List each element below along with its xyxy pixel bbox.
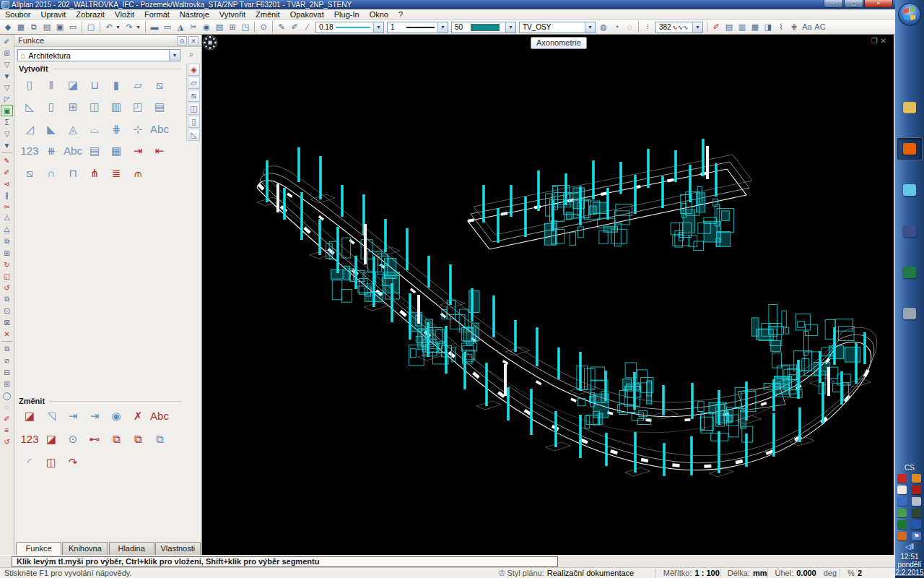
tool-icon[interactable]: ◹ <box>40 406 62 426</box>
start-button[interactable] <box>897 2 922 27</box>
app-window-taskbar-button[interactable] <box>897 302 923 325</box>
tool-icon[interactable]: ⧋ <box>1 224 13 236</box>
tool-icon[interactable]: ▮ <box>105 75 127 95</box>
tray-icon[interactable] <box>912 474 921 483</box>
menu-zmnit[interactable]: Změnit <box>250 9 285 20</box>
tool-icon[interactable]: ◌ <box>1 401 13 413</box>
minimize-button[interactable]: – <box>824 0 843 8</box>
tool-icon[interactable]: ⧉ <box>1 293 13 305</box>
tool-icon[interactable]: Abc <box>149 119 170 139</box>
pen-color-icon[interactable]: ✐ <box>288 21 301 33</box>
tool-icon[interactable]: ▽ <box>1 59 13 70</box>
protractor-icon[interactable]: ◮ <box>174 21 187 33</box>
chevron-down-icon[interactable]: ▼ <box>437 22 448 33</box>
pen-icon[interactable]: ✎ <box>275 21 288 33</box>
palette-header[interactable]: Funkce ⊙ ✕ <box>14 35 201 47</box>
tool-icon[interactable]: ◣ <box>40 119 62 139</box>
list-icon[interactable]: ▤ <box>723 21 736 33</box>
explorer-taskbar-button[interactable] <box>897 96 923 119</box>
tool-icon[interactable]: ⊷ <box>84 429 105 449</box>
clock[interactable]: 12:51 pondělí 2.2.2015 <box>895 553 924 577</box>
tray-icon[interactable] <box>897 509 907 517</box>
chevron-down-icon[interactable]: ▼ <box>585 22 595 33</box>
menu-plugin[interactable]: Plug-In <box>329 9 365 20</box>
mdi-window-controls[interactable]: ❐✕ <box>871 37 889 45</box>
tool-icon[interactable]: ≡ <box>1 424 13 436</box>
tool-icon[interactable]: ◬ <box>62 119 84 139</box>
tool-icon[interactable]: ◰ <box>127 97 149 116</box>
zoom-document-icon[interactable]: ⊙ <box>257 21 270 33</box>
tool-icon[interactable]: ⊞ <box>1 378 13 389</box>
doc-transfer-icon[interactable]: ▦ <box>749 21 762 33</box>
tool-icon[interactable]: ▼ <box>1 139 13 151</box>
tool-icon[interactable]: ↻ <box>1 259 13 270</box>
tool-icon[interactable]: ↷ <box>62 452 84 472</box>
length-unit[interactable]: mm <box>753 569 767 577</box>
tool-icon[interactable]: ▤ <box>149 97 170 116</box>
navigation-compass[interactable] <box>202 35 218 51</box>
tool-icon[interactable]: ⊟ <box>1 366 13 378</box>
tool-icon[interactable]: ✂ <box>1 201 13 212</box>
tool-icon[interactable]: ⊞ <box>1 47 13 59</box>
redo-dropdown[interactable]: ▼ <box>136 25 143 30</box>
open-folder-icon[interactable]: ▤ <box>40 21 53 33</box>
tool-icon[interactable]: ⋕ <box>105 119 127 139</box>
tool-icon[interactable]: ◪ <box>62 75 84 95</box>
tool-icon[interactable]: ⇥ <box>84 406 105 426</box>
tab-vlastnosti[interactable]: Vlastnosti <box>155 542 201 555</box>
tray-icon[interactable] <box>912 486 921 494</box>
tool-icon[interactable]: ◺ <box>19 97 40 116</box>
plan-style-value[interactable]: Realizační dokumentace <box>547 569 655 577</box>
save-icon[interactable]: ▣ <box>53 21 66 33</box>
tray-icon[interactable] <box>912 509 921 517</box>
percent-value[interactable]: 2 <box>858 569 862 577</box>
menu-soubor[interactable]: Soubor <box>0 9 35 20</box>
excel-taskbar-button[interactable] <box>897 261 923 284</box>
tool-icon[interactable]: ▦ <box>105 141 127 160</box>
pen-red-icon[interactable]: ✐ <box>710 21 723 33</box>
tool-icon[interactable]: ▣ <box>1 105 13 116</box>
tray-icon[interactable] <box>912 520 921 529</box>
tool-icon[interactable]: ⊠ <box>1 316 13 328</box>
tool-icon[interactable]: ⧅ <box>149 75 170 95</box>
new-project-icon[interactable]: ◆ <box>1 21 14 33</box>
line-type-combo[interactable]: 1 ▼ <box>387 22 448 33</box>
tool-icon[interactable]: ▥ <box>105 97 127 116</box>
delete-icon[interactable]: ✂ <box>187 21 200 33</box>
undo-dropdown[interactable]: ▼ <box>116 25 123 30</box>
menu-nstroje[interactable]: Nástroje <box>175 9 214 20</box>
globe-icon[interactable]: ◍ <box>597 21 610 33</box>
font-aa-icon[interactable]: Aa <box>801 21 814 33</box>
tool-icon[interactable]: ⇥ <box>127 141 149 160</box>
menu-vytvoit[interactable]: Vytvořit <box>214 9 250 20</box>
tool-icon[interactable]: ◯ <box>1 389 13 401</box>
tool-icon[interactable]: ⫙ <box>127 163 149 183</box>
sphere-icon[interactable]: ◌ <box>623 21 636 33</box>
tool-icon[interactable]: ⊡ <box>1 305 13 316</box>
window-icon[interactable]: ▢ <box>84 21 97 33</box>
lasso-icon[interactable]: ⌇ <box>775 21 788 33</box>
tray-icon[interactable]: ⚑ <box>912 532 921 540</box>
tool-icon[interactable]: 123 <box>19 141 40 160</box>
dialog-line-text[interactable]: Klik levým tl.myši pro výběr, Ctrl+klik … <box>12 556 558 567</box>
ruler-icon[interactable]: ▬ <box>148 21 161 33</box>
tool-icon[interactable]: ◉ <box>105 406 127 426</box>
maximize-button[interactable]: ▢ <box>844 0 863 8</box>
fence-icon[interactable]: ⋕ <box>788 21 801 33</box>
tool-icon[interactable]: 123 <box>19 429 40 449</box>
drawing-canvas[interactable]: ❐✕ Axonometrie <box>202 35 894 555</box>
tool-icon[interactable]: ⧅ <box>188 90 200 102</box>
close-button[interactable]: ✕ <box>864 0 893 8</box>
firefox-taskbar-button[interactable] <box>897 137 923 160</box>
tool-icon[interactable]: ▱ <box>127 75 149 95</box>
document-folder-icon[interactable]: ▤ <box>213 21 226 33</box>
redo-button[interactable]: ↷ <box>123 21 136 33</box>
tool-icon[interactable]: ⧉ <box>1 343 13 355</box>
language-indicator[interactable]: CS <box>895 464 924 472</box>
tool-icon[interactable]: ▽ <box>1 128 13 139</box>
menu-okno[interactable]: Okno <box>365 9 393 20</box>
tab-funkce[interactable]: Funkce <box>16 542 61 555</box>
tool-icon[interactable]: Σ <box>1 116 13 128</box>
bulb-icon[interactable]: ◔ <box>610 21 623 33</box>
pin-icon[interactable]: ⊙ <box>177 36 187 46</box>
